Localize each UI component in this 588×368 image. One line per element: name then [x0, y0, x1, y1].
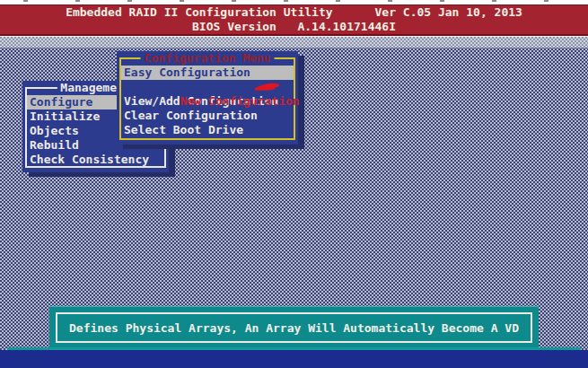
configuration-menu-window: Configuration Menu Easy Configuration Ne… [117, 51, 298, 145]
description-message-box: Defines Physical Arrays, An Array Will A… [56, 312, 532, 343]
title-bar-line2: BIOS Version A.14.10171446I [0, 20, 588, 34]
red-scribble-arrow-icon [251, 82, 281, 93]
menu-item-new-configuration-label: New Configuration [180, 94, 300, 108]
message-band: Defines Physical Arrays, An Array Will A… [49, 306, 539, 348]
bios-raid-utility-screen: Embedded RAID II Configuration Utility V… [0, 0, 588, 368]
title-bar: Embedded RAID II Configuration Utility V… [0, 4, 588, 36]
menu-item-new-configuration[interactable]: New Configuration [121, 80, 294, 94]
menu-item-easy-configuration[interactable]: Easy Configuration [121, 66, 294, 80]
configuration-menu-title: Configuration Menu [141, 51, 275, 65]
menu-item-check-consistency[interactable]: Check Consistency [27, 153, 164, 167]
title-bar-line1: Embedded RAID II Configuration Utility V… [0, 5, 588, 20]
status-bar: Use Cursor Keys To Navigate Between Item… [0, 350, 588, 368]
menu-item-configure[interactable]: Configure [27, 95, 127, 110]
configuration-menu-items: Easy Configuration New Configuration Vie… [121, 66, 294, 137]
description-message-text: Defines Physical Arrays, An Array Will A… [69, 321, 519, 335]
separator-band [0, 36, 588, 48]
